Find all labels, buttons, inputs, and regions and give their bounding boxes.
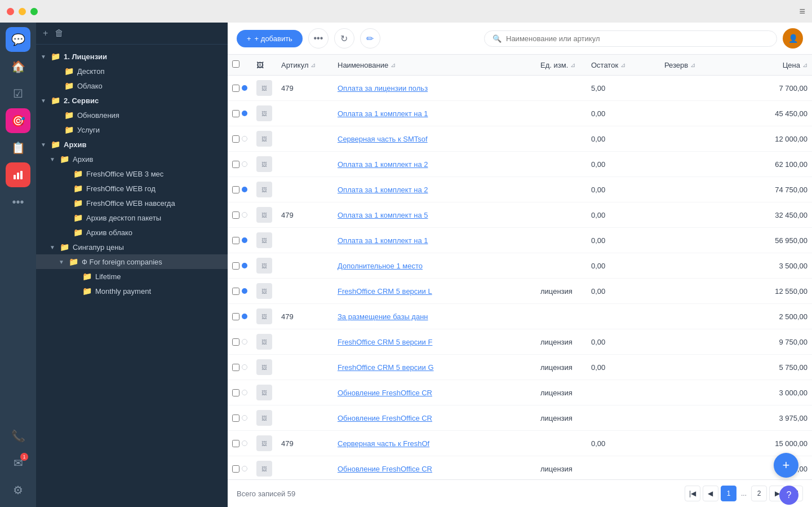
row-article-cell <box>277 253 333 279</box>
row-checkbox[interactable] <box>232 364 239 371</box>
select-all-checkbox[interactable] <box>232 60 239 68</box>
unit-filter-icon[interactable]: ⊿ <box>570 61 575 69</box>
row-name-link[interactable]: Дополнительное 1 место <box>338 262 423 270</box>
row-checkbox[interactable] <box>232 135 239 143</box>
nav-item-target[interactable]: 🎯 <box>6 108 30 133</box>
avatar[interactable]: 👤 <box>783 28 803 49</box>
menu-icon[interactable]: ≡ <box>799 6 805 17</box>
tree-item-foreign[interactable]: ▼ 📁 Ф For foreign companies <box>36 254 228 269</box>
row-checkbox[interactable] <box>232 389 239 396</box>
prev-page-btn[interactable]: ◀ <box>703 486 718 501</box>
row-name-link[interactable]: FreshOffice CRM 5 версии F <box>338 338 432 346</box>
row-name-link[interactable]: Обновление FreshOffice CR <box>338 389 432 397</box>
nav-item-mail[interactable]: ✉ 1 <box>6 451 30 475</box>
first-page-btn[interactable]: |◀ <box>685 486 700 501</box>
nav-item-chart[interactable] <box>6 162 30 187</box>
row-checkbox[interactable] <box>232 415 239 422</box>
tree-item-licenses[interactable]: ▼ 📁 1. Лицензии <box>36 49 228 64</box>
row-name-link[interactable]: Оплата за 1 комплект на 1 <box>338 109 428 118</box>
tree-item-service[interactable]: ▼ 📁 2. Сервис <box>36 93 228 108</box>
row-name-link[interactable]: FreshOffice CRM 5 версии L <box>338 287 432 296</box>
row-name-link[interactable]: Оплата за 1 комплект на 2 <box>338 160 428 169</box>
tree-item-web-forever[interactable]: 📁 FreshOffice WEB навсегда <box>36 196 228 210</box>
nav-item-tasks[interactable]: ☑ <box>6 81 30 106</box>
row-name-link[interactable]: Обновление FreshOffice CR <box>338 414 432 422</box>
tree-delete-btn[interactable]: 🗑 <box>55 28 64 38</box>
row-article-cell <box>277 177 333 202</box>
row-checkbox[interactable] <box>232 110 239 117</box>
row-name-link[interactable]: Оплата за 1 комплект на 5 <box>338 211 428 219</box>
row-unit-cell <box>536 126 587 152</box>
row-remainder-cell: 0,00 <box>587 253 660 279</box>
page-2-btn[interactable]: 2 <box>751 486 767 501</box>
tree-item-archive-root[interactable]: ▼ 📁 Архив <box>36 137 228 152</box>
tree-item-desktop[interactable]: 📁 Десктоп <box>36 64 228 78</box>
row-name-link[interactable]: Оплата за 1 комплект на 1 <box>338 236 428 245</box>
remainder-filter-icon[interactable]: ⊿ <box>620 61 625 69</box>
tree-item-monthly[interactable]: 📁 Monthly payment <box>36 284 228 298</box>
folder-icon: 📁 <box>73 184 83 193</box>
fab-add-button[interactable]: + <box>774 453 798 478</box>
tree-item-services[interactable]: 📁 Услуги <box>36 122 228 137</box>
row-checkbox[interactable] <box>232 161 239 168</box>
row-name-cell: Дополнительное 1 место <box>333 253 536 279</box>
tree-item-cloud-archive[interactable]: 📁 Архив облако <box>36 225 228 240</box>
refresh-button[interactable]: ↻ <box>334 28 354 49</box>
tree-label: Архив <box>73 155 93 164</box>
nav-item-phone[interactable]: 📞 <box>6 424 30 448</box>
tree-item-updates[interactable]: 📁 Обновления <box>36 108 228 122</box>
tree-label: FreshOffice WEB 3 мес <box>86 170 163 178</box>
fab-help-button[interactable]: ? <box>779 486 798 505</box>
tree-add-btn[interactable]: + <box>43 28 48 38</box>
maximize-btn[interactable] <box>30 8 38 15</box>
row-img-cell: 🖼 <box>252 380 277 405</box>
row-remainder: 5,00 <box>591 84 605 92</box>
nav-item-more[interactable]: ••• <box>6 189 30 214</box>
tree-item-singapore[interactable]: ▼ 📁 Сингапур цены <box>36 240 228 254</box>
row-checkbox[interactable] <box>232 186 239 193</box>
nav-item-settings[interactable]: ⚙ <box>6 478 30 502</box>
row-checkbox[interactable] <box>232 465 239 473</box>
tree-item-web3[interactable]: 📁 FreshOffice WEB 3 мес <box>36 166 228 181</box>
row-name-cell: Оплата за 1 комплект на 2 <box>333 177 536 202</box>
row-checkbox[interactable] <box>232 440 239 447</box>
row-article-cell <box>277 355 333 380</box>
tree-item-web-year[interactable]: 📁 FreshOffice WEB год <box>36 181 228 196</box>
row-article-cell <box>277 456 333 480</box>
tree-label: Услуги <box>77 126 100 134</box>
edit-button[interactable]: ✏ <box>360 28 380 49</box>
row-name-link[interactable]: Серверная часть к SMTsof <box>338 135 428 143</box>
row-checkbox[interactable] <box>232 237 239 244</box>
row-checkbox[interactable] <box>232 288 239 295</box>
tree-item-desktop-packs[interactable]: 📁 Архив десктоп пакеты <box>36 210 228 225</box>
row-name-link[interactable]: Оплата за лицензии польз <box>338 84 428 92</box>
name-filter-icon[interactable]: ⊿ <box>391 61 396 69</box>
row-checkbox[interactable] <box>232 211 239 219</box>
folder-icon: 📁 <box>60 155 69 164</box>
row-unit: лицензия <box>540 287 573 296</box>
minimize-btn[interactable] <box>19 8 26 15</box>
search-input[interactable] <box>506 34 769 43</box>
row-name-link[interactable]: FreshOffice CRM 5 версии G <box>338 363 434 372</box>
row-checkbox[interactable] <box>232 338 239 346</box>
tree-item-cloud[interactable]: 📁 Облако <box>36 78 228 93</box>
nav-item-clipboard[interactable]: 📋 <box>6 135 30 160</box>
close-btn[interactable] <box>7 8 14 15</box>
row-checkbox[interactable] <box>232 262 239 270</box>
row-name-link[interactable]: Обновление FreshOffice CR <box>338 465 432 473</box>
row-name-link[interactable]: За размещение базы данн <box>338 312 428 321</box>
row-name-link[interactable]: Серверная часть к FreshOf <box>338 439 429 448</box>
reserve-filter-icon[interactable]: ⊿ <box>690 61 695 69</box>
article-filter-icon[interactable]: ⊿ <box>310 61 316 69</box>
row-checkbox[interactable] <box>232 85 239 92</box>
nav-item-home[interactable]: 🏠 <box>6 54 30 79</box>
more-button[interactable]: ••• <box>308 28 329 49</box>
tree-item-lifetime[interactable]: 📁 Lifetime <box>36 269 228 284</box>
tree-item-archive-sub[interactable]: ▼ 📁 Архив <box>36 152 228 166</box>
price-filter-icon[interactable]: ⊿ <box>802 61 807 69</box>
nav-item-chat[interactable]: 💬 <box>6 27 30 52</box>
row-name-link[interactable]: Оплата за 1 комплект на 2 <box>338 186 428 194</box>
row-checkbox[interactable] <box>232 313 239 320</box>
add-button[interactable]: + + добавить <box>237 30 303 47</box>
page-1-btn[interactable]: 1 <box>721 486 736 501</box>
